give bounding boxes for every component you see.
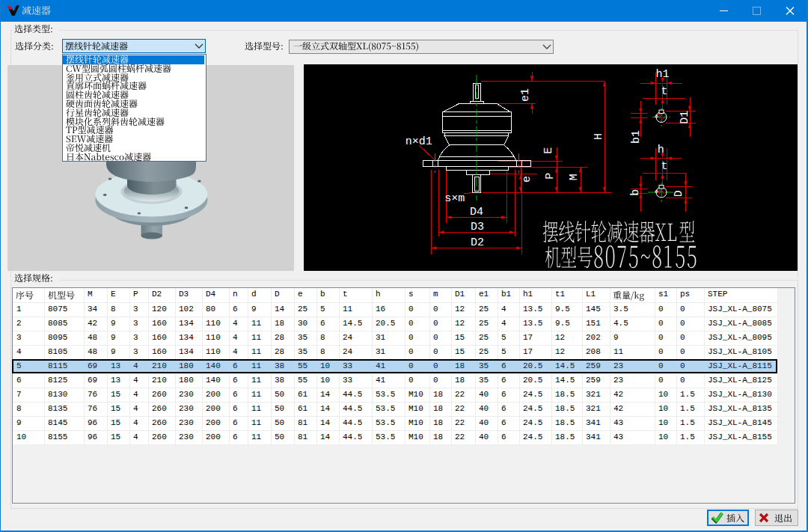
svg-text:D1: D1: [679, 111, 691, 124]
svg-text:D: D: [673, 190, 685, 197]
svg-text:D2: D2: [471, 236, 484, 249]
svg-text:D3: D3: [471, 221, 484, 233]
svg-text:H: H: [593, 133, 605, 140]
svg-text:D4: D4: [470, 206, 483, 218]
svg-text:h: h: [658, 144, 664, 156]
svg-text:E: E: [542, 147, 555, 154]
svg-text:e: e: [521, 176, 533, 183]
svg-text:b1: b1: [630, 130, 643, 144]
svg-text:h1: h1: [656, 68, 670, 81]
svg-text:t: t: [661, 160, 667, 173]
svg-text:n×d1: n×d1: [405, 135, 432, 148]
svg-text:P: P: [544, 173, 557, 180]
svg-text:t: t: [661, 85, 667, 98]
svg-text:b: b: [629, 189, 642, 196]
svg-text:e1: e1: [519, 88, 532, 102]
svg-text:M: M: [568, 174, 581, 180]
svg-text:s×m: s×m: [444, 192, 465, 205]
